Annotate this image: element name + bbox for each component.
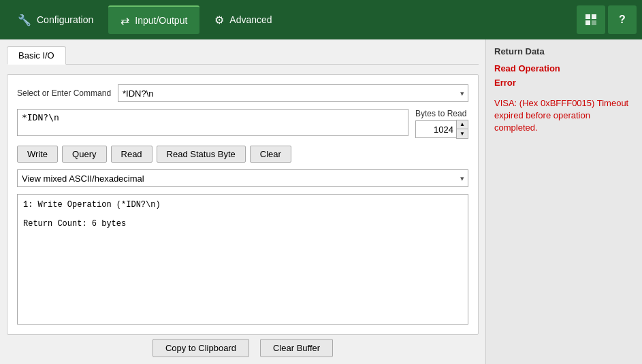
tab-advanced[interactable]: ⚙ Advanced: [202, 5, 284, 34]
nav-bar: 🔧 Configuration ⇄ Input/Output ⚙ Advance…: [0, 0, 642, 39]
view-row: View mixed ASCII/hexadecimal View ASCIIV…: [17, 169, 468, 187]
resource-manager-button[interactable]: [577, 5, 605, 34]
view-dropdown[interactable]: View mixed ASCII/hexadecimal View ASCIIV…: [17, 169, 468, 187]
svg-rect-0: [585, 14, 590, 19]
return-data-title: Return Data: [494, 46, 634, 56]
command-dropdown[interactable]: *IDN?\n: [118, 84, 468, 102]
command-row: Select or Enter Command *IDN?\n: [17, 84, 468, 102]
spinner-down-button[interactable]: ▼: [457, 129, 468, 138]
copy-to-clipboard-button[interactable]: Copy to Clipboard: [153, 339, 249, 357]
svg-rect-2: [585, 20, 590, 25]
command-dropdown-wrapper: *IDN?\n: [118, 84, 468, 102]
left-panel: Basic I/O Select or Enter Command *IDN?\…: [0, 39, 485, 364]
tab-strip: Basic I/O: [7, 46, 479, 65]
query-button[interactable]: Query: [62, 146, 106, 163]
return-message: VISA: (Hex 0xBFFF0015) Timeout expired b…: [494, 97, 634, 135]
svg-rect-3: [592, 20, 596, 25]
action-row: Write Query Read Read Status Byte Clear: [17, 146, 468, 163]
tab-input-output-label: Input/Output: [135, 15, 187, 26]
return-operation: Read Operation: [494, 63, 634, 73]
input-section: *IDN?\n: [17, 109, 408, 136]
read-button[interactable]: Read: [111, 146, 153, 163]
svg-rect-1: [592, 14, 596, 19]
command-label: Select or Enter Command: [17, 88, 111, 98]
advanced-icon: ⚙: [214, 14, 224, 27]
configuration-icon: 🔧: [18, 14, 31, 27]
clear-button[interactable]: Clear: [250, 146, 291, 163]
write-button[interactable]: Write: [17, 146, 58, 163]
output-area[interactable]: 1: Write Operation (*IDN?\n) Return Coun…: [17, 194, 468, 325]
bytes-input[interactable]: [415, 120, 456, 138]
basic-io-tab[interactable]: Basic I/O: [7, 46, 66, 65]
basic-io-tab-label: Basic I/O: [18, 50, 54, 61]
help-icon: ?: [619, 14, 626, 26]
bytes-section: Bytes to Read ▲ ▼: [415, 109, 468, 139]
tab-advanced-label: Advanced: [229, 14, 272, 25]
bottom-row: Copy to Clipboard Clear Buffer: [7, 339, 479, 357]
tab-input-output[interactable]: ⇄ Input/Output: [108, 5, 199, 34]
read-status-byte-button[interactable]: Read Status Byte: [157, 146, 246, 163]
view-dropdown-wrapper: View mixed ASCII/hexadecimal View ASCIIV…: [17, 169, 468, 187]
return-data-panel: Return Data Read Operation Error VISA: (…: [485, 39, 642, 364]
help-button[interactable]: ?: [608, 5, 637, 34]
spinner-buttons: ▲ ▼: [456, 120, 468, 139]
resource-manager-icon: [584, 13, 598, 27]
tab-configuration[interactable]: 🔧 Configuration: [5, 5, 106, 34]
bytes-spinner: ▲ ▼: [415, 120, 468, 139]
bytes-label: Bytes to Read: [415, 109, 466, 118]
return-error-label: Error: [494, 78, 634, 88]
input-bytes-row: *IDN?\n Bytes to Read ▲ ▼: [17, 109, 468, 139]
clear-buffer-button[interactable]: Clear Buffer: [260, 339, 333, 357]
tab-configuration-label: Configuration: [37, 14, 93, 25]
content-box: Select or Enter Command *IDN?\n *IDN?\n …: [7, 74, 479, 335]
input-output-icon: ⇄: [121, 14, 129, 27]
main-content: Basic I/O Select or Enter Command *IDN?\…: [0, 39, 642, 364]
spinner-up-button[interactable]: ▲: [457, 120, 468, 129]
command-textarea[interactable]: *IDN?\n: [17, 109, 408, 136]
